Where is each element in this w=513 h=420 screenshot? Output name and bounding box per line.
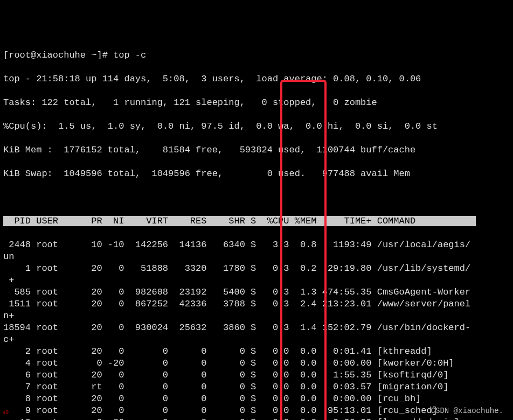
process-row[interactable]: 18594 root 20 0 930024 25632 3860 S 0.3 …	[3, 322, 512, 334]
process-row[interactable]: un	[3, 251, 512, 263]
process-row[interactable]: 6 root 20 0 0 0 0 S 0.0 0.0 1:55.35 [kso…	[3, 369, 512, 381]
process-row[interactable]: +	[3, 275, 512, 286]
process-row[interactable]: c+	[3, 334, 512, 346]
summary-tasks: Tasks: 122 total, 1 running, 121 sleepin…	[3, 97, 512, 109]
process-row[interactable]: 4 root 0 -20 0 0 0 S 0.0 0.0 0:00.00 [kw…	[3, 358, 512, 369]
process-row[interactable]: 7 root rt 0 0 0 0 S 0.0 0.0 0:03.57 [mig…	[3, 381, 512, 393]
status-indicator: s0	[2, 407, 9, 419]
process-row[interactable]: 2448 root 10 -10 142256 14136 6340 S 3.3…	[3, 239, 512, 251]
process-list[interactable]: 2448 root 10 -10 142256 14136 6340 S 3.3…	[3, 239, 512, 420]
process-row[interactable]: 10 root 0 -20 0 0 0 S 0.0 0.0 0:00.00 [l…	[3, 417, 512, 420]
process-row[interactable]: 9 root 20 0 0 0 0 S 0.0 0.0 95:13.01 [rc…	[3, 405, 512, 417]
blank-line	[3, 192, 512, 204]
process-row[interactable]: 585 root 20 0 982608 23192 5400 S 0.3 1.…	[3, 286, 512, 298]
process-row[interactable]: 8 root 20 0 0 0 0 S 0.0 0.0 0:00.00 [rcu…	[3, 393, 512, 405]
column-header[interactable]: PID USER PR NI VIRT RES SHR S %CPU %MEM …	[3, 216, 476, 226]
summary-swap: KiB Swap: 1049596 total, 1049596 free, 0…	[3, 168, 512, 180]
process-row[interactable]: 2 root 20 0 0 0 0 S 0.0 0.0 0:01.41 [kth…	[3, 346, 512, 358]
process-row[interactable]: 1511 root 20 0 867252 42336 3788 S 0.3 2…	[3, 298, 512, 310]
summary-cpu: %Cpu(s): 1.5 us, 1.0 sy, 0.0 ni, 97.5 id…	[3, 121, 512, 132]
summary-top: top - 21:58:18 up 114 days, 5:08, 3 user…	[3, 73, 512, 85]
process-row[interactable]: 1 root 20 0 51888 3320 1780 S 0.3 0.2 29…	[3, 263, 512, 275]
prompt-line: [root@xiaochuhe ~]# top -c	[3, 50, 512, 61]
summary-mem: KiB Mem : 1776152 total, 81584 free, 593…	[3, 144, 512, 156]
terminal-output[interactable]: [root@xiaochuhe ~]# top -c top - 21:58:1…	[0, 36, 513, 420]
process-row[interactable]: n+	[3, 310, 512, 322]
